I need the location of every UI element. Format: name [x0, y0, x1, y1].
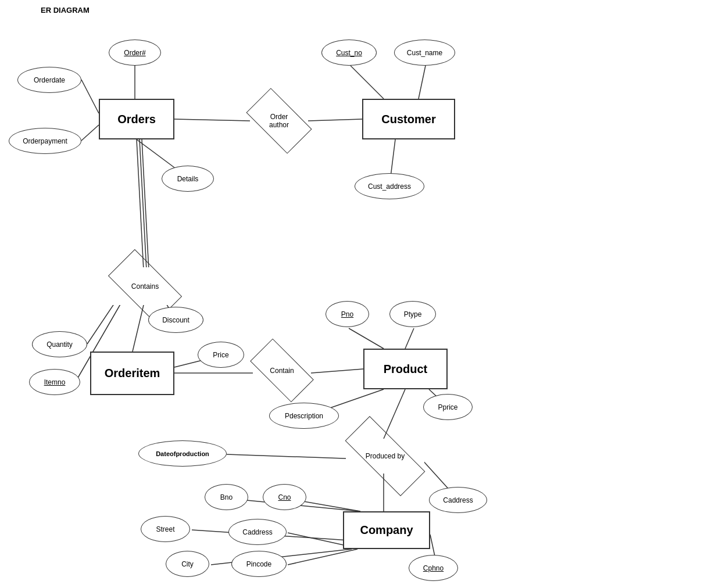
- svg-line-32: [430, 535, 435, 556]
- attr-price: Price: [198, 342, 244, 368]
- attr-bno: Bno: [205, 484, 248, 510]
- svg-line-24: [227, 454, 360, 459]
- entity-orderitem: Orderitem: [90, 352, 174, 395]
- relationship-order-author: Order author: [250, 103, 308, 138]
- attr-pdescription: Pdescription: [269, 403, 339, 429]
- svg-line-4: [174, 119, 250, 121]
- svg-line-18: [349, 328, 384, 349]
- attr-details: Details: [162, 166, 214, 192]
- svg-line-19: [405, 328, 414, 349]
- relationship-contain: Contain: [253, 354, 311, 386]
- svg-line-1: [81, 80, 99, 113]
- attr-orderno: Order#: [109, 40, 161, 66]
- attr-pincode: Pincode: [231, 551, 287, 577]
- svg-line-22: [384, 389, 405, 439]
- svg-line-10: [140, 139, 146, 270]
- svg-line-33: [142, 139, 149, 270]
- attr-itemno: Itemno: [29, 369, 80, 395]
- relationship-contains: Contains: [112, 267, 178, 305]
- svg-line-6: [351, 66, 384, 99]
- attr-orderpayment: Orderpayment: [9, 128, 81, 154]
- entity-product: Product: [363, 349, 448, 389]
- attr-custname: Cust_name: [394, 40, 455, 66]
- attr-pno: Pno: [326, 301, 369, 327]
- svg-line-17: [311, 369, 363, 373]
- attr-discount: Discount: [148, 307, 203, 333]
- connector-lines: [0, 0, 708, 588]
- svg-line-9: [137, 139, 144, 270]
- svg-line-31: [288, 549, 357, 565]
- attr-pprice: Pprice: [423, 394, 473, 420]
- attr-cphno: Cphno: [409, 555, 458, 581]
- entity-orders: Orders: [99, 99, 174, 139]
- attr-quantity: Quantity: [32, 331, 87, 357]
- svg-line-5: [308, 119, 362, 121]
- attr-orderdate: Orderdate: [17, 67, 81, 93]
- diagram-title: ER DIAGRAM: [41, 6, 90, 15]
- svg-line-7: [419, 66, 425, 99]
- attr-custno: Cust_no: [321, 40, 377, 66]
- attr-caddress: Caddress: [228, 519, 287, 545]
- attr-ptype: Ptype: [389, 301, 436, 327]
- entity-customer: Customer: [362, 99, 455, 139]
- attr-street: Street: [141, 516, 190, 542]
- attr-dateofproduction: Dateofproduction: [138, 440, 227, 467]
- attr-custaddress: Cust_address: [355, 173, 424, 199]
- attr-caddress2: Caddress: [429, 487, 487, 513]
- relationship-produced-by: Produced by: [346, 439, 424, 474]
- attr-city: City: [166, 551, 209, 577]
- svg-line-2: [81, 125, 99, 141]
- attr-cno: Cno: [263, 484, 306, 510]
- er-diagram: ER DIAGRAM: [0, 0, 708, 588]
- svg-line-11: [133, 305, 144, 352]
- svg-line-29: [288, 533, 349, 546]
- entity-company: Company: [343, 511, 430, 549]
